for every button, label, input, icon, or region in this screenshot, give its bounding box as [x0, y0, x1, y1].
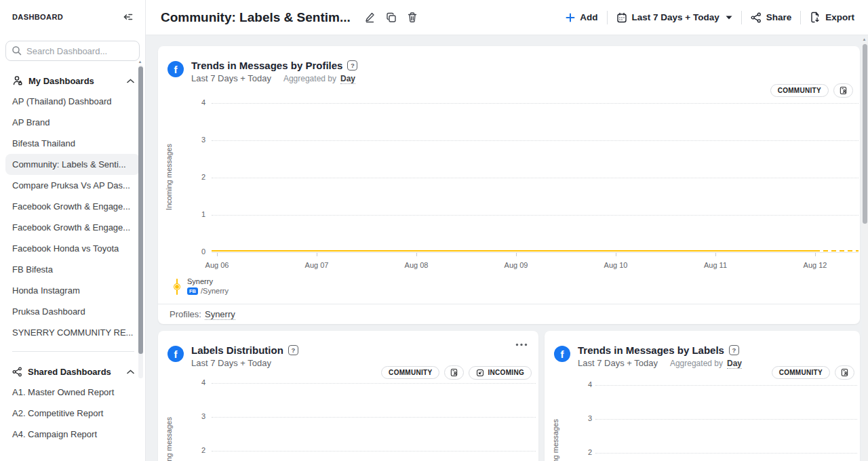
sidebar-scroll-up-arrow[interactable]: ▲ [137, 60, 143, 64]
x-tick-mark [715, 253, 716, 256]
labels-distribution-chart: Incoming messages43210 [158, 331, 538, 461]
export-button[interactable]: Export [810, 12, 854, 23]
search-input[interactable] [5, 41, 140, 61]
main-scroll-up-arrow[interactable]: ▲ [861, 37, 867, 41]
y-tick-label: 3 [545, 414, 592, 422]
y-tick-label: 4 [158, 378, 205, 386]
y-gridline [595, 453, 857, 454]
date-range-picker[interactable]: Last 7 Days + Today [616, 12, 732, 23]
card-labels-distribution: f Labels Distribution ? Last 7 Days + To… [158, 331, 538, 461]
y-tick-label: 1 [158, 210, 205, 218]
sidebar-item[interactable]: SYNERRY COMMUNITY RE... [5, 322, 140, 343]
sidebar-item[interactable]: AP (Thailand) Dashboard [5, 91, 140, 112]
caret-down-icon [726, 16, 732, 20]
topbar-right-actions: Add Last 7 Days + Today [566, 11, 854, 24]
sidebar-divider [12, 351, 134, 352]
y-gridline [212, 140, 859, 141]
sidebar: DASHBOARD My Dashboards [0, 0, 146, 461]
series-line-solid [212, 250, 815, 252]
x-tick-label: Aug 12 [793, 261, 837, 269]
x-tick-mark [516, 253, 517, 256]
my-dashboards-label: My Dashboards [28, 76, 121, 86]
main-scrollbar-thumb[interactable] [863, 44, 867, 224]
legend-profile-handle: /Synerry [201, 287, 229, 295]
trends-by-labels-chart: Incoming messages43210 [545, 331, 860, 461]
profiles-value[interactable]: Synerry [205, 309, 235, 320]
shared-dashboards-section-header[interactable]: Shared Dashboards [0, 364, 145, 379]
x-tick-label: Aug 09 [494, 261, 538, 269]
y-gridline [212, 103, 859, 104]
chevron-up-icon [127, 369, 134, 374]
card-trends-messages-by-labels: f Trends in Messages by Labels ? Last 7 … [545, 331, 860, 461]
search-dashboard [5, 41, 140, 61]
date-range-label: Last 7 Days + Today [632, 12, 719, 22]
delete-icon[interactable] [407, 12, 418, 23]
toolbar-divider [800, 11, 801, 24]
chart-legend[interactable]: Synerry FB /Synerry [172, 277, 229, 298]
x-tick-mark [217, 253, 218, 256]
y-tick-label: 4 [545, 380, 592, 388]
page-title: Community: Labels & Sentim... [161, 10, 351, 25]
x-tick-label: Aug 06 [195, 261, 239, 269]
card-trends-messages-by-profiles: f Trends in Messages by Profiles ? Last … [158, 46, 860, 324]
export-icon [810, 12, 821, 23]
x-tick-label: Aug 08 [395, 261, 438, 269]
plus-icon [566, 13, 575, 22]
legend-marker-icon [172, 277, 182, 298]
sidebar-item[interactable]: A2. Competitive Report [5, 403, 140, 424]
sidebar-item[interactable]: Bifesta Thailand [5, 133, 140, 154]
shared-dashboards-list: A1. Master Owned ReportA2. Competitive R… [0, 382, 145, 445]
share-icon [751, 12, 762, 23]
search-icon [12, 45, 22, 56]
sidebar-item[interactable]: Facebook Growth & Engage... [5, 196, 140, 217]
sidebar-item[interactable]: Honda Instagram [5, 280, 140, 301]
share-button[interactable]: Share [751, 12, 792, 23]
sidebar-header: DASHBOARD [0, 0, 145, 23]
app-root: DASHBOARD My Dashboards [0, 0, 868, 461]
collapse-sidebar-icon[interactable] [122, 11, 134, 23]
dashboard-content: f Trends in Messages by Profiles ? Last … [146, 35, 868, 461]
legend-series-name: Synerry [187, 277, 229, 285]
sidebar-item[interactable]: A1. Master Owned Report [5, 382, 140, 403]
add-button[interactable]: Add [566, 12, 597, 22]
brand-label: DASHBOARD [12, 13, 63, 21]
y-gridline [595, 385, 857, 386]
y-tick-label: 2 [158, 173, 205, 181]
y-gridline [212, 178, 859, 178]
sidebar-item[interactable]: AP Brand [5, 112, 140, 133]
y-tick-label: 3 [158, 136, 205, 144]
sidebar-item[interactable]: Facebook Honda vs Toyota [5, 238, 140, 259]
x-tick-label: Aug 07 [295, 261, 338, 269]
calendar-icon [616, 12, 627, 23]
x-tick-mark [416, 253, 417, 256]
topbar: Community: Labels & Sentim... [146, 0, 868, 35]
edit-icon[interactable] [364, 12, 376, 23]
y-tick-label: 2 [158, 446, 205, 454]
y-tick-label: 3 [158, 412, 205, 420]
sidebar-item[interactable]: FB Bifesta [5, 259, 140, 280]
sidebar-item[interactable]: Community: Labels & Senti... [5, 154, 140, 175]
y-gridline [212, 417, 536, 418]
y-gridline [212, 451, 536, 452]
export-label: Export [825, 12, 854, 22]
sidebar-item[interactable]: Facebook Growth & Engage... [5, 217, 140, 238]
duplicate-icon[interactable] [386, 12, 397, 23]
my-dashboards-section-header[interactable]: My Dashboards [0, 73, 145, 88]
user-icon [12, 75, 23, 86]
title-actions [364, 12, 418, 23]
toolbar-divider [741, 11, 742, 24]
toolbar-divider [607, 11, 608, 24]
x-axis-line [212, 252, 859, 253]
main-area: Community: Labels & Sentim... [146, 0, 868, 461]
sidebar-item[interactable]: Compare Pruksa Vs AP Das... [5, 175, 140, 196]
x-tick-mark [616, 253, 616, 256]
sidebar-item[interactable]: A4. Campaign Report [5, 424, 140, 445]
sidebar-scrollbar-thumb[interactable] [138, 66, 143, 354]
y-tick-label: 2 [545, 448, 592, 456]
chevron-up-icon [127, 79, 134, 83]
my-dashboards-list: AP (Thailand) DashboardAP BrandBifesta T… [0, 91, 145, 343]
trends-by-profiles-chart: Incoming messages43210Aug 06Aug 07Aug 08… [158, 46, 860, 324]
series-line-dashed [815, 250, 859, 252]
sidebar-item[interactable]: Pruksa Dashboard [5, 301, 140, 322]
y-tick-label: 4 [158, 98, 205, 106]
